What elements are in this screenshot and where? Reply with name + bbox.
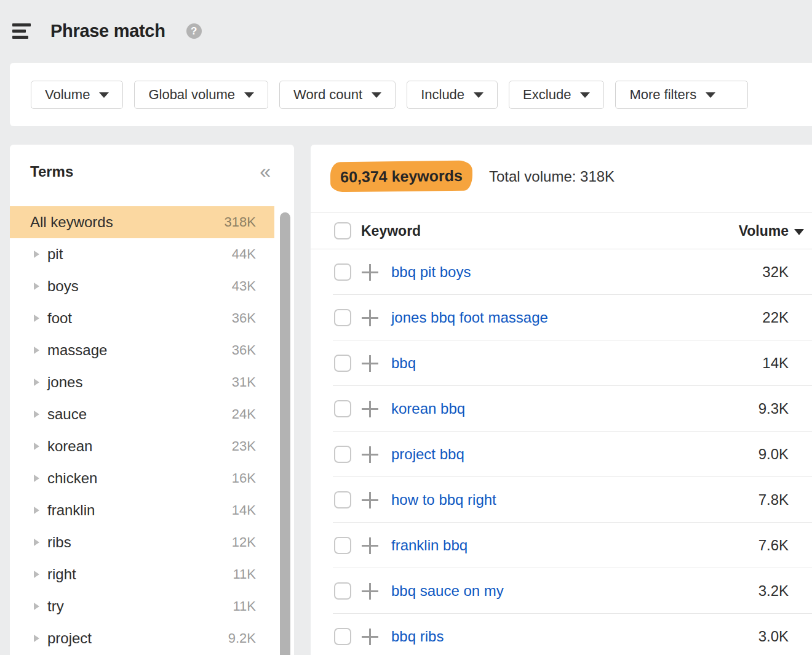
row-checkbox[interactable] <box>334 355 351 372</box>
expand-triangle-icon[interactable] <box>34 347 39 354</box>
sort-desc-icon <box>794 229 804 235</box>
keyword-link[interactable]: bbq pit boys <box>391 263 471 281</box>
keyword-table-header: Keyword Volume <box>311 212 812 249</box>
filter-dropdown-button[interactable]: More filters <box>615 81 748 109</box>
terms-item-volume: 36K <box>232 310 256 326</box>
terms-item[interactable]: sauce 24K <box>10 398 274 430</box>
terms-item-label: franklin <box>47 502 95 519</box>
terms-item-label: boys <box>47 278 79 295</box>
volume-column-header[interactable]: Volume <box>739 223 812 239</box>
filter-dropdown-button[interactable]: Include <box>407 81 498 109</box>
terms-item-all-keywords[interactable]: All keywords 318K <box>10 206 274 238</box>
add-to-list-icon[interactable] <box>362 310 378 326</box>
total-volume-text: Total volume: 318K <box>489 145 615 209</box>
add-to-list-icon[interactable] <box>362 492 378 508</box>
terms-item[interactable]: try 11K <box>10 590 274 622</box>
terms-item[interactable]: jones 31K <box>10 366 274 398</box>
terms-item-volume: 44K <box>232 246 256 262</box>
expand-triangle-icon[interactable] <box>34 475 39 482</box>
terms-item-volume: 43K <box>232 278 256 294</box>
results-panel: 60,374 keywords Total volume: 318K Keywo… <box>311 145 812 655</box>
filter-bar: Volume Global volume Word count Include … <box>10 63 812 126</box>
terms-item-label: foot <box>47 310 72 327</box>
expand-triangle-icon[interactable] <box>34 539 39 546</box>
keyword-row: bbq ribs 3.0K <box>311 614 812 655</box>
keyword-row: korean bbq 9.3K <box>311 386 812 432</box>
row-checkbox[interactable] <box>334 628 351 645</box>
expand-triangle-icon[interactable] <box>34 603 39 610</box>
row-checkbox[interactable] <box>334 309 351 326</box>
row-checkbox[interactable] <box>334 400 351 417</box>
keyword-link[interactable]: korean bbq <box>391 400 465 417</box>
expand-triangle-icon[interactable] <box>34 443 39 450</box>
keyword-link[interactable]: franklin bbq <box>391 537 468 554</box>
expand-triangle-icon[interactable] <box>34 379 39 386</box>
row-checkbox[interactable] <box>334 537 351 554</box>
terms-item[interactable]: chicken 16K <box>10 462 274 494</box>
row-checkbox[interactable] <box>334 491 351 508</box>
add-to-list-icon[interactable] <box>362 446 378 463</box>
row-checkbox[interactable] <box>334 446 351 463</box>
row-checkbox[interactable] <box>334 263 351 281</box>
filter-label: Exclude <box>523 87 571 103</box>
help-icon[interactable]: ? <box>186 23 202 39</box>
row-checkbox[interactable] <box>334 582 351 600</box>
terms-item[interactable]: project 9.2K <box>10 622 274 654</box>
filter-label: Include <box>421 87 464 103</box>
select-all-checkbox[interactable] <box>334 222 351 239</box>
chevron-down-icon <box>244 92 254 98</box>
terms-item-label: korean <box>47 438 92 455</box>
filter-dropdown-button[interactable]: Volume <box>31 81 123 109</box>
keyword-link[interactable]: bbq <box>391 355 416 372</box>
terms-item-volume: 14K <box>232 502 256 518</box>
add-to-list-icon[interactable] <box>362 264 378 281</box>
keyword-link[interactable]: bbq ribs <box>391 628 444 645</box>
add-to-list-icon[interactable] <box>362 583 378 600</box>
terms-item[interactable]: foot 36K <box>10 302 274 334</box>
add-to-list-icon[interactable] <box>362 401 378 417</box>
filter-dropdown-button[interactable]: Global volume <box>134 81 268 109</box>
add-to-list-icon[interactable] <box>362 355 378 372</box>
keyword-link[interactable]: bbq sauce on my <box>391 582 504 600</box>
terms-list: pit 44K boys 43K foot 36K massage 36K <box>10 238 294 654</box>
terms-item-volume: 9.2K <box>228 630 256 646</box>
keyword-link[interactable]: jones bbq foot massage <box>391 309 548 326</box>
expand-triangle-icon[interactable] <box>34 411 39 418</box>
add-to-list-icon[interactable] <box>362 629 378 645</box>
add-to-list-icon[interactable] <box>362 537 378 554</box>
expand-triangle-icon[interactable] <box>34 283 39 290</box>
expand-triangle-icon[interactable] <box>34 251 39 258</box>
terms-item-label: All keywords <box>30 214 113 231</box>
terms-item-volume: 12K <box>232 534 256 550</box>
expand-triangle-icon[interactable] <box>34 315 39 322</box>
expand-triangle-icon[interactable] <box>34 507 39 514</box>
expand-triangle-icon[interactable] <box>34 635 39 642</box>
keyword-link[interactable]: project bbq <box>391 446 464 463</box>
keyword-volume: 22K <box>762 309 812 326</box>
terms-item[interactable]: korean 23K <box>10 430 274 462</box>
terms-scrollbar-thumb[interactable] <box>280 212 290 655</box>
terms-item-volume: 23K <box>232 438 256 454</box>
keyword-row: project bbq 9.0K <box>311 432 812 477</box>
keyword-row: bbq pit boys 32K <box>311 249 812 295</box>
filter-dropdown-button[interactable]: Exclude <box>509 81 604 109</box>
chevron-down-icon <box>99 92 109 98</box>
terms-item[interactable]: boys 43K <box>10 270 274 302</box>
terms-item[interactable]: franklin 14K <box>10 494 274 526</box>
terms-item[interactable]: right 11K <box>10 558 274 590</box>
terms-item-volume: 16K <box>232 470 256 486</box>
terms-item-label: right <box>47 566 76 583</box>
terms-item-label: chicken <box>47 470 97 487</box>
keyword-volume: 14K <box>762 355 812 372</box>
terms-item[interactable]: massage 36K <box>10 334 274 366</box>
terms-item[interactable]: ribs 12K <box>10 526 274 558</box>
chevron-down-icon <box>580 92 590 98</box>
expand-triangle-icon[interactable] <box>34 571 39 578</box>
keyword-link[interactable]: how to bbq right <box>391 491 496 508</box>
menu-icon[interactable] <box>12 23 31 39</box>
terms-item-label: ribs <box>47 534 71 551</box>
filter-dropdown-button[interactable]: Word count <box>279 81 396 109</box>
terms-item[interactable]: pit 44K <box>10 238 274 270</box>
terms-item-volume: 24K <box>232 406 256 422</box>
collapse-panel-icon[interactable]: « <box>260 163 271 179</box>
